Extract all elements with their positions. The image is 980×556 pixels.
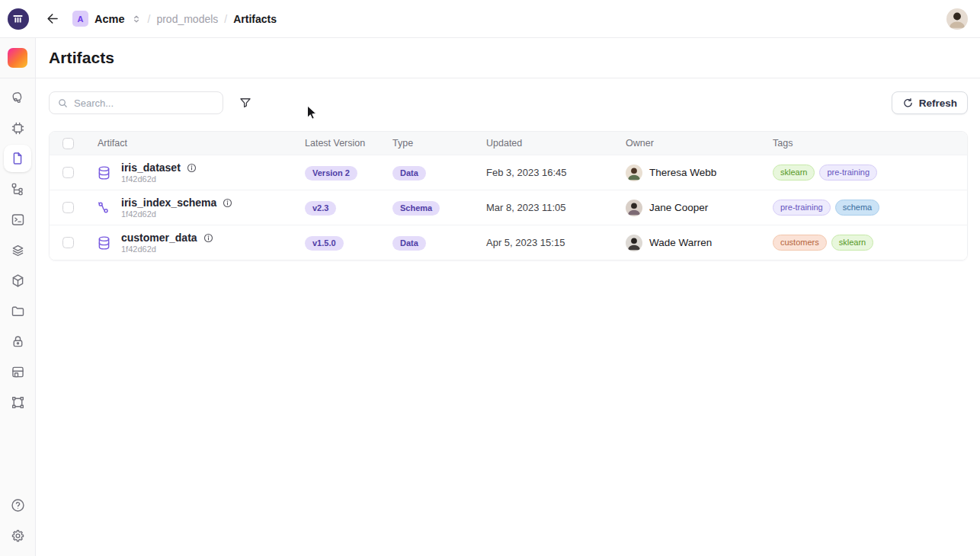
document-icon bbox=[10, 151, 25, 166]
column-header-latest-version[interactable]: Latest Version bbox=[305, 138, 392, 149]
artifact-hash: 1f42d62d bbox=[121, 209, 233, 219]
tag[interactable]: customers bbox=[773, 235, 827, 251]
row-checkbox[interactable] bbox=[62, 167, 74, 178]
chevron-up-down-icon[interactable] bbox=[131, 14, 142, 24]
main-content: Artifacts Refresh Artifact Latest bbox=[36, 38, 980, 556]
schema-icon bbox=[96, 200, 112, 216]
sidebar-item-help[interactable] bbox=[2, 490, 33, 520]
sidebar-item-layers[interactable] bbox=[2, 235, 33, 265]
tree-icon bbox=[10, 181, 26, 197]
owner-name: Theresa Webb bbox=[649, 167, 716, 178]
search-input[interactable] bbox=[74, 97, 215, 109]
sidebar-item-settings[interactable] bbox=[2, 520, 33, 551]
tag[interactable]: sklearn bbox=[831, 235, 873, 251]
breadcrumb-project[interactable]: prod_models bbox=[156, 13, 218, 25]
artifact-hash: 1f42d62d bbox=[121, 244, 214, 254]
arrow-left-icon bbox=[46, 11, 60, 26]
refresh-button[interactable]: Refresh bbox=[892, 91, 968, 114]
topbar: A Acme / prod_models / Artifacts bbox=[0, 0, 980, 38]
table-row[interactable]: iris_index_schema 1f42d62d v2.3 Schema M… bbox=[50, 190, 967, 225]
folder-icon bbox=[10, 303, 26, 319]
terminal-icon bbox=[10, 212, 26, 228]
page-title: Artifacts bbox=[49, 49, 114, 67]
funnel-icon bbox=[239, 96, 252, 110]
chip-icon bbox=[10, 120, 26, 136]
search-box[interactable] bbox=[49, 91, 223, 114]
user-avatar[interactable] bbox=[946, 8, 968, 30]
artifact-hash: 1f42d62d bbox=[121, 174, 197, 184]
org-badge[interactable]: A bbox=[72, 11, 88, 27]
back-button[interactable] bbox=[42, 8, 63, 30]
sidebar-item-sweeps[interactable] bbox=[2, 82, 33, 113]
updated-timestamp: Apr 5, 2023 15:15 bbox=[486, 237, 626, 248]
owner-name: Jane Cooper bbox=[649, 202, 708, 213]
sidebar-item-artifacts[interactable] bbox=[2, 143, 33, 174]
table-row[interactable]: customer_data 1f42d62d v1.5.0 Data Apr 5… bbox=[50, 225, 967, 260]
project-gradient-icon[interactable] bbox=[8, 48, 27, 68]
version-badge[interactable]: Version 2 bbox=[305, 166, 357, 181]
sidebar-item-processor[interactable] bbox=[2, 113, 33, 143]
info-icon[interactable] bbox=[203, 232, 214, 244]
sidebar-item-packages[interactable] bbox=[2, 265, 33, 296]
search-icon bbox=[57, 97, 69, 109]
owner-avatar bbox=[626, 200, 642, 216]
column-header-updated[interactable]: Updated bbox=[486, 138, 626, 149]
storefront-icon bbox=[10, 364, 26, 380]
tag[interactable]: pre-training bbox=[819, 165, 877, 181]
gear-icon bbox=[10, 528, 26, 544]
type-badge[interactable]: Data bbox=[392, 236, 426, 251]
breadcrumb-page[interactable]: Artifacts bbox=[233, 13, 277, 25]
updated-timestamp: Mar 8, 2023 11:05 bbox=[486, 202, 626, 213]
sidebar-item-store[interactable] bbox=[2, 356, 33, 387]
breadcrumb-separator: / bbox=[224, 13, 227, 25]
sidebar-item-files[interactable] bbox=[2, 296, 33, 326]
artifacts-table: Artifact Latest Version Type Updated Own… bbox=[49, 131, 968, 260]
column-header-artifact[interactable]: Artifact bbox=[85, 138, 305, 149]
column-header-type[interactable]: Type bbox=[392, 138, 486, 149]
table-row[interactable]: iris_dataset 1f42d62d Version 2 Data Feb… bbox=[50, 155, 967, 190]
filter-button[interactable] bbox=[236, 94, 255, 112]
sidebar-item-secrets[interactable] bbox=[2, 326, 33, 356]
version-badge[interactable]: v1.5.0 bbox=[305, 236, 344, 251]
artifact-name[interactable]: iris_dataset bbox=[121, 161, 181, 174]
breadcrumb-separator: / bbox=[148, 13, 151, 25]
app-logo[interactable] bbox=[0, 8, 36, 30]
database-icon bbox=[96, 235, 112, 251]
sidebar-item-frames[interactable] bbox=[2, 387, 33, 417]
version-badge[interactable]: v2.3 bbox=[305, 201, 336, 216]
layers-icon bbox=[10, 242, 26, 258]
column-header-tags[interactable]: Tags bbox=[773, 138, 967, 149]
info-icon[interactable] bbox=[186, 162, 197, 174]
artifact-name[interactable]: iris_index_schema bbox=[121, 197, 216, 209]
type-badge[interactable]: Data bbox=[392, 166, 426, 181]
artifact-name[interactable]: customer_data bbox=[121, 232, 197, 244]
lasso-icon bbox=[10, 90, 26, 106]
org-name[interactable]: Acme bbox=[94, 13, 125, 25]
lock-icon bbox=[10, 334, 26, 350]
type-badge[interactable]: Schema bbox=[392, 201, 440, 216]
sidebar bbox=[0, 38, 36, 556]
tag[interactable]: schema bbox=[835, 200, 880, 216]
owner-avatar bbox=[626, 235, 642, 251]
owner-avatar bbox=[626, 165, 642, 181]
help-icon bbox=[10, 497, 26, 513]
row-checkbox[interactable] bbox=[62, 202, 74, 213]
tag[interactable]: sklearn bbox=[773, 165, 815, 181]
row-checkbox[interactable] bbox=[62, 237, 74, 248]
toolbar: Refresh bbox=[49, 91, 968, 114]
cube-icon bbox=[10, 273, 26, 289]
select-all-checkbox[interactable] bbox=[62, 138, 74, 149]
info-icon[interactable] bbox=[222, 197, 233, 209]
tag[interactable]: pre-training bbox=[773, 200, 831, 216]
table-header: Artifact Latest Version Type Updated Own… bbox=[50, 132, 967, 155]
refresh-label: Refresh bbox=[919, 97, 957, 109]
refresh-icon bbox=[902, 97, 914, 109]
frame-icon bbox=[10, 395, 26, 411]
owner-name: Wade Warren bbox=[649, 237, 712, 248]
column-header-owner[interactable]: Owner bbox=[626, 138, 773, 149]
torii-logo-icon bbox=[8, 8, 29, 30]
sidebar-item-lineage[interactable] bbox=[2, 174, 33, 204]
database-icon bbox=[96, 165, 112, 181]
breadcrumb: A Acme / prod_models / Artifacts bbox=[72, 11, 277, 27]
sidebar-item-terminal[interactable] bbox=[2, 204, 33, 235]
